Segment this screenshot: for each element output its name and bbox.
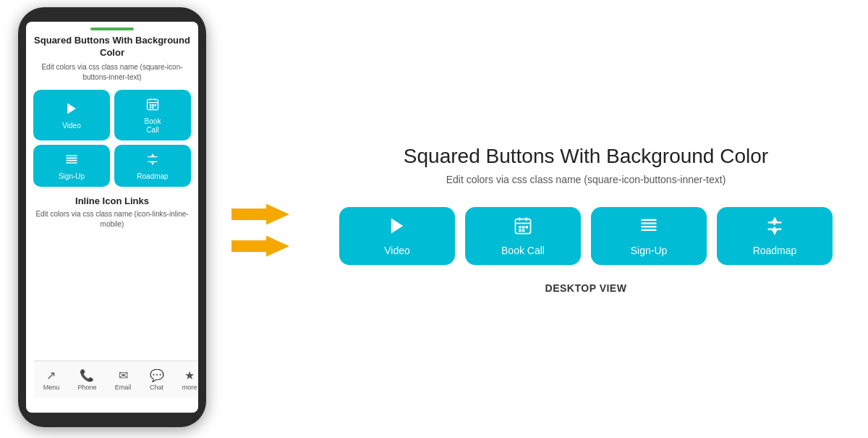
nav-phone-label: Phone bbox=[77, 384, 96, 391]
svg-rect-7 bbox=[155, 104, 157, 106]
nav-menu[interactable]: ↗ Menu bbox=[43, 368, 60, 391]
phone-content: Squared Buttons With Background Color Ed… bbox=[26, 35, 198, 229]
video-icon bbox=[64, 101, 79, 119]
phone-btn-video-label: Video bbox=[62, 122, 80, 130]
phone-mockup: Squared Buttons With Background Color Ed… bbox=[7, 4, 217, 434]
phone-section1-title: Squared Buttons With Background Color bbox=[33, 35, 191, 59]
desktop-btn-book-call-label: Book Call bbox=[501, 245, 545, 256]
phone-bottom-nav: ↗ Menu 📞 Phone ✉ Email 💬 Chat ★ more bbox=[34, 361, 198, 398]
more-nav-icon: ★ bbox=[184, 368, 195, 382]
svg-marker-17 bbox=[231, 235, 289, 256]
svg-rect-25 bbox=[526, 226, 529, 229]
phone-section2-title: Inline Icon Links bbox=[33, 195, 191, 206]
email-nav-icon: ✉ bbox=[119, 368, 128, 382]
desktop-video-icon bbox=[387, 216, 407, 241]
desktop-subtitle: Edit colors via css class name (square-i… bbox=[446, 174, 726, 185]
phone-btn-roadmap-label: Roadmap bbox=[137, 172, 168, 181]
phone-notch-bar bbox=[90, 28, 134, 30]
nav-phone[interactable]: 📞 Phone bbox=[77, 368, 96, 391]
desktop-title: Squared Buttons With Background Color bbox=[404, 145, 768, 168]
svg-rect-23 bbox=[519, 226, 522, 229]
desktop-btn-video-label: Video bbox=[384, 245, 410, 256]
desktop-btn-book-call[interactable]: Book Call bbox=[465, 207, 581, 265]
phone-frame: Squared Buttons With Background Color Ed… bbox=[18, 7, 206, 427]
svg-marker-18 bbox=[391, 218, 403, 233]
phone-section2-subtitle: Edit colors via css class name (icon-lin… bbox=[33, 209, 191, 229]
nav-more[interactable]: ★ more bbox=[182, 368, 197, 391]
desktop-btn-video[interactable]: Video bbox=[339, 207, 455, 265]
svg-rect-27 bbox=[522, 229, 525, 232]
svg-rect-26 bbox=[519, 229, 522, 232]
phone-buttons-grid: Video BookCall Sign-Up bbox=[33, 90, 191, 187]
arrow-bottom bbox=[231, 234, 289, 258]
desktop-btn-signup[interactable]: Sign-Up bbox=[591, 207, 707, 265]
nav-email-label: Email bbox=[115, 384, 132, 391]
phone-btn-roadmap[interactable]: Roadmap bbox=[114, 145, 191, 187]
chat-nav-icon: 💬 bbox=[150, 368, 164, 382]
svg-marker-0 bbox=[67, 103, 76, 114]
svg-rect-6 bbox=[152, 104, 154, 106]
phone-btn-signup-label: Sign-Up bbox=[59, 172, 85, 181]
svg-rect-5 bbox=[150, 104, 152, 106]
desktop-area: Squared Buttons With Background Color Ed… bbox=[304, 130, 868, 308]
phone-btn-video[interactable]: Video bbox=[33, 90, 110, 140]
nav-email[interactable]: ✉ Email bbox=[115, 368, 132, 391]
phone-nav-icon: 📞 bbox=[80, 368, 94, 382]
arrow-top bbox=[231, 202, 289, 227]
svg-rect-24 bbox=[522, 226, 525, 229]
phone-screen: Squared Buttons With Background Color Ed… bbox=[26, 22, 198, 413]
desktop-list-icon bbox=[639, 216, 659, 241]
desktop-btn-signup-label: Sign-Up bbox=[631, 245, 668, 256]
desktop-calendar-icon bbox=[513, 216, 533, 241]
menu-nav-icon: ↗ bbox=[46, 368, 56, 382]
phone-btn-book-call[interactable]: BookCall bbox=[114, 90, 191, 140]
list-icon bbox=[64, 152, 79, 170]
svg-marker-16 bbox=[231, 203, 289, 224]
nav-more-label: more bbox=[182, 384, 197, 391]
calendar-icon bbox=[145, 97, 160, 115]
nav-chat[interactable]: 💬 Chat bbox=[150, 368, 164, 391]
phone-btn-signup[interactable]: Sign-Up bbox=[33, 145, 110, 187]
desktop-view-label: DESKTOP VIEW bbox=[545, 282, 627, 294]
phone-btn-book-call-label: BookCall bbox=[145, 117, 161, 135]
desktop-btn-roadmap-label: Roadmap bbox=[753, 245, 797, 256]
svg-rect-9 bbox=[152, 106, 154, 109]
phone-section1-subtitle: Edit colors via css class name (square-i… bbox=[33, 62, 191, 83]
roadmap-icon bbox=[145, 152, 160, 170]
arrows-area bbox=[217, 180, 304, 258]
desktop-buttons-row: Video Book Call Sign-Up bbox=[339, 207, 833, 265]
desktop-roadmap-icon bbox=[765, 216, 785, 241]
desktop-btn-roadmap[interactable]: Roadmap bbox=[717, 207, 833, 265]
nav-menu-label: Menu bbox=[43, 384, 60, 391]
nav-chat-label: Chat bbox=[150, 384, 163, 391]
svg-rect-8 bbox=[150, 106, 152, 109]
